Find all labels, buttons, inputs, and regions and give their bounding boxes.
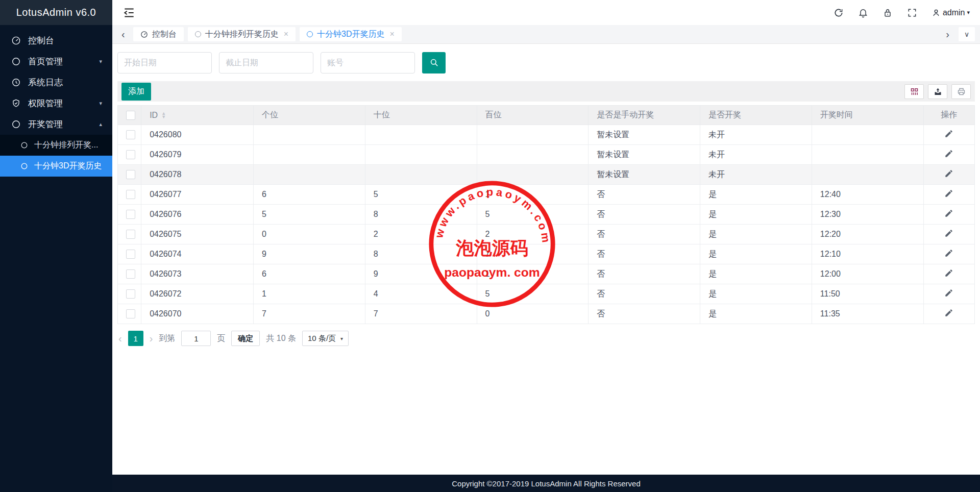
cell-id: 0426072 <box>141 284 254 304</box>
close-icon[interactable]: × <box>284 30 288 39</box>
cell-shiwei: 8 <box>365 205 477 225</box>
caret-down-icon: ▾ <box>99 100 102 107</box>
sidebar-item-label: 首页管理 <box>28 56 63 67</box>
sidebar-item-pailie-history[interactable]: 十分钟排列开奖... <box>0 135 112 156</box>
end-date-input[interactable] <box>219 52 313 73</box>
cell-shiwei: 8 <box>365 244 477 264</box>
row-checkbox[interactable] <box>126 250 135 259</box>
edit-icon[interactable] <box>944 229 953 238</box>
refresh-icon[interactable] <box>834 8 844 18</box>
shield-check-icon <box>11 99 21 108</box>
sidebar-item-permission[interactable]: 权限管理 ▾ <box>0 93 112 114</box>
main-area: admin ▾ ‹ 控制台 十分钟排列开奖历史 × 十分钟3D开奖历史 × › … <box>112 0 980 492</box>
edit-icon[interactable] <box>944 308 953 317</box>
account-input[interactable] <box>321 52 415 73</box>
circle-icon <box>11 119 21 129</box>
sidebar-item-3d-history[interactable]: 十分钟3D开奖历史 <box>0 156 112 177</box>
sidebar-submenu: 十分钟排列开奖... 十分钟3D开奖历史 <box>0 135 112 177</box>
column-header-id: ID▲▼ <box>141 106 254 125</box>
column-header-opened: 是否开奖 <box>700 106 812 125</box>
cell-opened: 是 <box>700 284 812 304</box>
cell-gewei: 5 <box>253 205 365 225</box>
cell-shiwei <box>365 125 477 145</box>
edit-icon[interactable] <box>944 288 953 298</box>
edit-icon[interactable] <box>944 149 953 158</box>
sidebar-item-lottery[interactable]: 开奖管理 ▴ <box>0 114 112 135</box>
row-checkbox[interactable] <box>126 210 135 219</box>
sort-icon[interactable]: ▲▼ <box>161 112 166 119</box>
tab-console[interactable]: 控制台 <box>133 27 184 41</box>
lock-icon[interactable] <box>883 8 893 18</box>
cell-shiwei <box>365 165 477 185</box>
current-page-button[interactable]: 1 <box>128 331 143 346</box>
sidebar-item-homepage[interactable]: 首页管理 ▾ <box>0 51 112 72</box>
tab-label: 十分钟排列开奖历史 <box>205 29 279 40</box>
select-all-checkbox[interactable] <box>126 111 135 120</box>
notification-bell-icon[interactable] <box>858 8 868 18</box>
cell-gewei <box>253 125 365 145</box>
caret-down-icon: ▾ <box>99 58 102 65</box>
column-header-shiwei: 十位 <box>365 106 477 125</box>
edit-icon[interactable] <box>944 209 953 218</box>
close-icon[interactable]: × <box>389 30 394 39</box>
sidebar-toggle-icon[interactable] <box>122 6 136 19</box>
cell-manual: 否 <box>589 304 700 324</box>
cell-manual: 否 <box>589 284 700 304</box>
cell-opened: 未开 <box>700 165 812 185</box>
column-header-label: ID <box>150 111 158 119</box>
cell-opened: 未开 <box>700 125 812 145</box>
row-checkbox[interactable] <box>126 170 135 179</box>
page-number-input[interactable] <box>181 331 211 346</box>
next-page-icon[interactable]: › <box>150 333 153 343</box>
row-checkbox[interactable] <box>126 309 135 318</box>
cell-id: 0426076 <box>141 205 254 225</box>
tabs-menu-icon[interactable]: ∨ <box>959 27 975 41</box>
column-header-manual: 是否是手动开奖 <box>589 106 700 125</box>
edit-icon[interactable] <box>944 249 953 258</box>
table-row: 0426074 9 8 7 否 是 12:10 <box>118 244 975 264</box>
user-menu[interactable]: admin ▾ <box>932 8 970 17</box>
row-checkbox[interactable] <box>126 130 135 139</box>
fullscreen-icon[interactable] <box>907 8 917 18</box>
cell-opened: 未开 <box>700 145 812 165</box>
prev-page-icon[interactable]: ‹ <box>118 333 122 343</box>
page-size-select[interactable]: 10 条/页 ▾ <box>302 331 349 346</box>
total-count-label: 共 10 条 <box>266 333 296 344</box>
edit-icon[interactable] <box>944 129 953 138</box>
sidebar-item-syslog[interactable]: 系统日志 <box>0 72 112 93</box>
row-checkbox[interactable] <box>126 269 135 279</box>
cell-gewei <box>253 145 365 165</box>
row-checkbox[interactable] <box>126 230 135 239</box>
row-checkbox[interactable] <box>126 150 135 159</box>
columns-filter-button[interactable] <box>904 84 924 99</box>
export-button[interactable] <box>928 84 947 99</box>
search-button[interactable] <box>422 52 446 73</box>
username-label: admin <box>943 8 965 17</box>
cell-baiwei: 0 <box>477 304 589 324</box>
row-checkbox[interactable] <box>126 289 135 299</box>
tabs-scroll-right-icon[interactable]: › <box>942 29 953 39</box>
edit-icon[interactable] <box>944 169 953 178</box>
row-checkbox[interactable] <box>126 190 135 199</box>
gauge-icon <box>11 36 21 45</box>
cell-shiwei: 2 <box>365 225 477 244</box>
cell-gewei: 0 <box>253 225 365 244</box>
table-row: 0426070 7 7 0 否 是 11:35 <box>118 304 975 324</box>
start-date-input[interactable] <box>117 52 212 73</box>
tab-3d-history[interactable]: 十分钟3D开奖历史 × <box>300 27 402 41</box>
sidebar-item-console[interactable]: 控制台 <box>0 30 112 51</box>
user-icon <box>932 8 941 17</box>
edit-icon[interactable] <box>944 268 953 278</box>
cell-baiwei: 5 <box>477 205 589 225</box>
confirm-page-button[interactable]: 确定 <box>231 331 260 346</box>
cell-id: 0426077 <box>141 185 254 205</box>
gauge-icon <box>140 31 148 38</box>
edit-icon[interactable] <box>944 189 953 198</box>
tab-pailie-history[interactable]: 十分钟排列开奖历史 × <box>188 27 296 41</box>
add-button[interactable]: 添加 <box>121 83 151 101</box>
cell-time <box>812 145 923 165</box>
cell-baiwei: 1 <box>477 185 589 205</box>
table-body: 0426080 暂未设置 未开 0426079 暂未设置 未开 0426078 <box>118 125 975 324</box>
tabs-scroll-left-icon[interactable]: ‹ <box>117 29 129 39</box>
print-button[interactable] <box>951 84 971 99</box>
